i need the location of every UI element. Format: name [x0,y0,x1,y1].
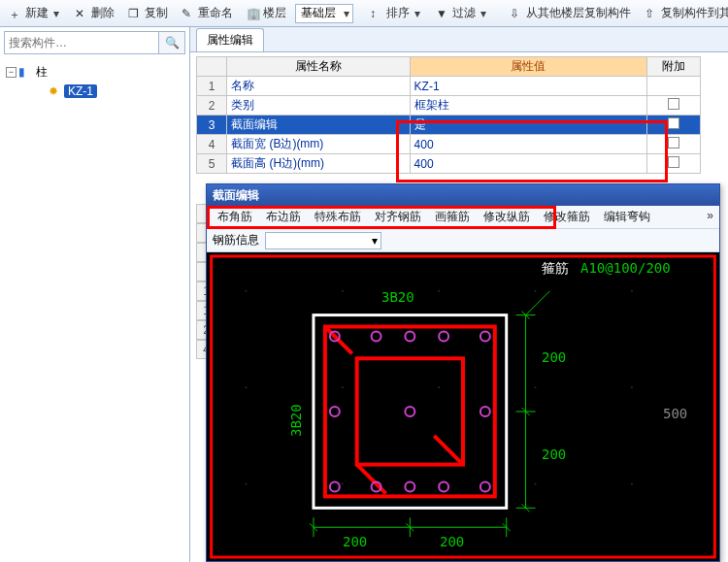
menu-edit-stirrup[interactable]: 修改箍筋 [537,207,597,227]
svg-point-25 [439,331,448,341]
svg-point-28 [480,407,490,416]
svg-point-31 [405,482,414,492]
filter-icon: ▼ [436,7,449,20]
window-titlebar[interactable]: 截面编辑 [207,184,719,206]
menu-align-rebar[interactable]: 对齐钢筋 [368,207,428,227]
filter-button[interactable]: ▼过滤▾ [431,2,493,24]
dim-label: 200 [542,349,566,365]
tree-root-column[interactable]: − ▮ 柱 [2,62,187,82]
table-row[interactable]: 2 类别 框架柱 [197,96,701,116]
svg-point-11 [245,483,247,485]
checkbox[interactable] [668,117,679,129]
rebar-info-select[interactable]: ▾ [265,232,381,249]
floor-label: 🏢楼层 [242,2,291,24]
svg-point-33 [480,482,490,492]
svg-point-5 [631,290,633,292]
svg-point-1 [245,290,247,292]
x-icon: ✕ [75,7,88,20]
chevron-down-icon: ▾ [372,234,378,248]
sort-button[interactable]: ↕排序▾ [365,2,427,24]
chevron-down-icon[interactable]: ▾ [479,7,488,20]
svg-point-24 [405,331,414,341]
table-row[interactable]: 1 名称 KZ-1 [197,77,701,96]
menu-overflow-icon[interactable]: » [707,209,713,222]
property-grid: 属性名称 属性值 附加 1 名称 KZ-1 2 类别 框架柱 3 [196,56,701,174]
floor-select[interactable]: 基础层▾ [295,4,353,23]
checkbox[interactable] [668,98,679,110]
search-icon: 🔍 [165,36,180,50]
svg-line-35 [526,291,550,315]
tree: − ▮ 柱 ✸ KZ-1 [0,58,189,562]
delete-button[interactable]: ✕删除 [70,2,119,24]
svg-point-29 [330,482,340,492]
col-attr-extra[interactable]: 附加 [646,57,700,77]
tree-label: 柱 [34,64,50,81]
dim-label: 200 [440,534,464,549]
building-icon: 🏢 [247,7,260,20]
rename-button[interactable]: ✎重命名 [177,2,238,24]
tree-label: KZ-1 [64,84,97,98]
table-row[interactable]: 4 截面宽 (B边)(mm) 400 [197,135,701,154]
copy-icon: ❐ [128,7,142,20]
stirrup-label: 箍筋 [542,260,569,278]
rebar-top-label: 3B20 [381,289,414,305]
sort-icon: ↕ [370,7,383,20]
svg-point-10 [631,386,633,388]
grid-header: 属性名称 属性值 附加 [197,57,701,77]
col-attr-name[interactable]: 属性名称 [227,57,411,77]
svg-point-26 [480,331,490,341]
column-icon: ▮ [18,65,32,79]
dim-label: 200 [542,446,566,462]
svg-point-6 [245,386,247,388]
section-canvas[interactable]: 3B20 3B20 箍筋 A10@100/200 200 200 200 200… [207,252,719,561]
copy-to-floor-button[interactable]: ⇧复制构件到其他楼层 [640,2,728,24]
chevron-down-icon: ▾ [341,7,350,20]
svg-point-15 [631,483,633,485]
star-icon: ✸ [49,84,62,98]
menu-edit-longitudinal[interactable]: 修改纵筋 [477,207,537,227]
copy-button[interactable]: ❐复制 [123,2,173,24]
section-drawing [207,252,719,561]
chevron-down-icon[interactable]: ▾ [413,7,422,20]
svg-point-12 [342,483,344,485]
search-input[interactable] [5,32,158,53]
tab-strip: 属性编辑 [190,27,728,52]
collapse-icon[interactable]: − [6,67,17,78]
section-editor-window: 截面编辑 布角筋 布边筋 特殊布筋 对齐钢筋 画箍筋 修改纵筋 修改箍筋 编辑弯… [206,183,720,562]
svg-point-27 [330,407,340,416]
chevron-down-icon[interactable]: ▾ [51,7,61,20]
svg-point-3 [438,290,440,292]
svg-point-2 [342,290,344,292]
stirrup-value: A10@100/200 [580,260,671,276]
axis-x-label: 500 [663,406,687,421]
svg-point-34 [405,407,414,416]
tab-property-edit[interactable]: 属性编辑 [196,28,264,51]
rebar-left-label: 3B20 [288,404,304,437]
menu-draw-stirrup[interactable]: 画箍筋 [428,207,477,227]
svg-point-4 [535,290,537,292]
menu-special-rebar[interactable]: 特殊布筋 [308,207,368,227]
tree-item-kz1[interactable]: ✸ KZ-1 [2,82,187,101]
checkbox[interactable] [668,137,679,149]
svg-point-9 [535,386,537,388]
table-row-selected[interactable]: 3 截面编辑 是 [197,116,701,135]
pencil-icon: ✎ [182,7,195,20]
svg-line-21 [434,436,463,465]
svg-point-8 [438,386,440,388]
checkbox[interactable] [668,156,679,168]
menu-side-rebar[interactable]: 布边筋 [259,207,308,227]
menu-corner-rebar[interactable]: 布角筋 [211,207,259,227]
dim-label: 200 [343,534,367,549]
copy-from-floor-button[interactable]: ⇩从其他楼层复制构件 [505,2,636,24]
table-row[interactable]: 5 截面高 (H边)(mm) 400 [197,154,701,174]
export-icon: ⇧ [645,7,658,20]
col-attr-value[interactable]: 属性值 [410,57,646,77]
search-button[interactable]: 🔍 [158,32,184,53]
new-button[interactable]: ＋新建▾ [4,2,66,24]
main-toolbar: ＋新建▾ ✕删除 ❐复制 ✎重命名 🏢楼层 基础层▾ ↕排序▾ ▼过滤▾ ⇩从其… [0,0,728,27]
menu-edit-hook[interactable]: 编辑弯钩 [597,207,657,227]
rebar-info-label: 钢筋信息 [213,232,259,248]
svg-point-23 [372,331,381,341]
search-bar: 🔍 [4,31,185,54]
svg-point-14 [535,483,537,485]
